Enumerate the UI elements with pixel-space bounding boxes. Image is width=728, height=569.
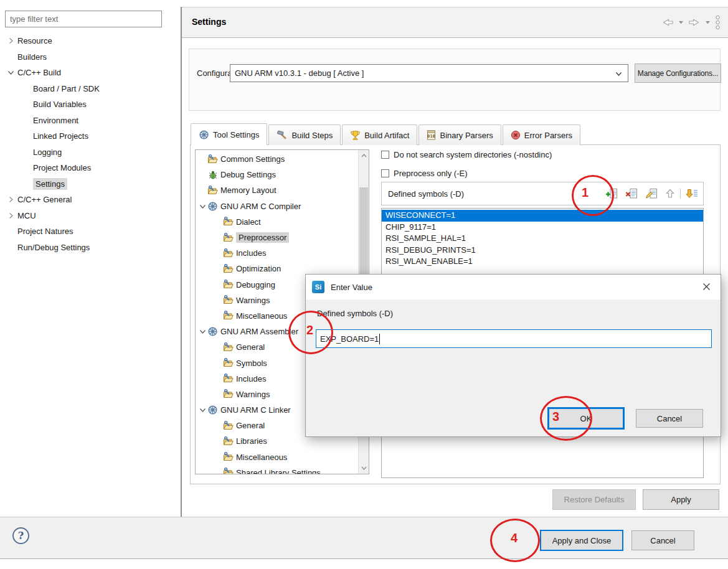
ok-button[interactable]: OK <box>549 408 623 428</box>
tool-tree-item-shared-library-settings[interactable]: Shared Library Settings <box>196 465 358 474</box>
checkbox-label: Do not search system directories (-nostd… <box>394 150 552 159</box>
view-menu-icon[interactable] <box>715 15 721 30</box>
sidebar-item-mcu[interactable]: MCU <box>0 208 179 224</box>
defined-symbols-toolbar <box>605 188 698 199</box>
sidebar-item-run-debug-settings[interactable]: Run/Debug Settings <box>0 240 179 256</box>
sidebar-item-environment[interactable]: Environment <box>0 113 179 129</box>
symbol-row[interactable]: WISECONNECT=1 <box>382 210 703 222</box>
symbol-row[interactable]: RSI_SAMPLE_HAL=1 <box>382 233 703 245</box>
dialog-titlebar[interactable]: Si Enter Value <box>306 275 721 299</box>
checkbox-nostdinc[interactable]: Do not search system directories (-nostd… <box>381 150 552 159</box>
back-arrow-icon[interactable] <box>661 17 674 27</box>
forward-arrow-icon[interactable] <box>688 17 701 27</box>
checkbox-icon[interactable] <box>381 151 389 159</box>
tab-build-steps[interactable]: Build Steps <box>268 125 341 145</box>
tab-error-parsers[interactable]: Error Parsers <box>503 125 580 145</box>
sidebar-item-linked-projects[interactable]: Linked Projects <box>0 128 179 144</box>
move-up-icon <box>665 188 675 199</box>
tab-build-artifact[interactable]: Build Artifact <box>342 125 417 145</box>
wheel-icon <box>207 405 219 415</box>
move-down-button[interactable] <box>686 188 698 199</box>
folder-wrench-icon <box>222 217 234 227</box>
symbol-row[interactable]: CHIP_9117=1 <box>382 222 703 233</box>
chevron-right-icon[interactable] <box>6 195 15 204</box>
chevron-down-icon[interactable] <box>199 406 207 414</box>
chevron-down-icon[interactable] <box>6 68 15 77</box>
folder-wrench-icon <box>222 233 234 243</box>
tool-tree-item-memory-layout[interactable]: Memory Layout <box>196 182 358 198</box>
sidebar-item-logging[interactable]: Logging <box>0 144 179 161</box>
cancel-button[interactable]: Cancel <box>631 530 694 550</box>
settings-tab-bar: Tool SettingsBuild StepsBuild Artifact01… <box>191 123 582 145</box>
folder-wrench-icon <box>222 358 234 368</box>
folder-wrench-icon <box>222 280 234 289</box>
page-header: Settings <box>182 7 728 38</box>
manage-configurations-button[interactable]: Manage Configurations... <box>635 63 721 83</box>
chevron-right-icon[interactable] <box>6 212 15 220</box>
properties-category-tree: ResourceBuildersC/C++ BuildBoard / Part … <box>0 33 179 255</box>
sidebar-item-resource[interactable]: Resource <box>0 33 179 49</box>
tool-tree-item-includes[interactable]: Includes <box>196 245 358 261</box>
sidebar-item-project-natures[interactable]: Project Natures <box>0 223 179 240</box>
error-icon <box>511 130 521 140</box>
symbol-value-input[interactable]: EXP_BOARD=1 <box>316 329 712 348</box>
dialog-title: Enter Value <box>331 283 372 292</box>
help-icon[interactable]: ? <box>12 527 29 544</box>
tab-tool-settings[interactable]: Tool Settings <box>191 123 267 145</box>
tool-tree-item-common-settings[interactable]: Common Settings <box>196 151 358 167</box>
tool-tree-item-gnu-arm-c-compiler[interactable]: GNU ARM C Compiler <box>196 199 358 214</box>
filter-input[interactable] <box>5 11 162 27</box>
wheel-icon <box>207 326 219 337</box>
tool-tree-item-debug-settings[interactable]: Debug Settings <box>196 167 358 182</box>
sidebar-item-build-variables[interactable]: Build Variables <box>0 96 179 113</box>
tool-tree-item-miscellaneous[interactable]: Miscellaneous <box>196 449 358 465</box>
move-down-icon <box>686 188 698 199</box>
sidebar-item-board-part-sdk[interactable]: Board / Part / SDK <box>0 81 179 97</box>
simplicity-studio-icon: Si <box>312 281 324 293</box>
move-up-button[interactable] <box>665 188 675 199</box>
tool-tree-item-dialect[interactable]: Dialect <box>196 214 358 230</box>
close-icon[interactable] <box>702 283 711 291</box>
forward-dropdown-caret-icon[interactable] <box>705 21 711 24</box>
checkbox-preprocess-only[interactable]: Preprocess only (-E) <box>381 169 467 178</box>
wheel-icon <box>199 129 209 140</box>
symbol-row[interactable]: RSI_WLAN_ENABLE=1 <box>382 256 703 268</box>
add-symbol-button[interactable] <box>605 188 618 199</box>
configuration-dropdown[interactable]: GNU ARM v10.3.1 - debug [ Active ] <box>230 64 628 82</box>
sidebar-item-project-modules[interactable]: Project Modules <box>0 160 179 176</box>
dialog-cancel-button[interactable]: Cancel <box>636 409 703 428</box>
folder-wrench-icon <box>222 389 234 399</box>
wheel-icon <box>207 201 219 212</box>
delete-symbol-button[interactable] <box>625 188 638 199</box>
chevron-down-icon[interactable] <box>199 327 207 336</box>
folder-wrench-icon <box>222 311 234 321</box>
restore-defaults-button[interactable]: Restore Defaults <box>552 489 636 510</box>
chevron-right-icon[interactable] <box>6 37 15 45</box>
tab-binary-parsers[interactable]: 010Binary Parsers <box>418 125 501 145</box>
folder-wrench-icon <box>222 452 234 462</box>
sidebar-item-c-c-build[interactable]: C/C++ Build <box>0 65 179 81</box>
sidebar-item-c-c-general[interactable]: C/C++ General <box>0 192 179 208</box>
tool-tree-item-preprocessor[interactable]: Preprocessor <box>196 230 358 245</box>
sidebar-item-builders[interactable]: Builders <box>0 49 179 65</box>
folder-wrench-icon <box>222 342 234 352</box>
svg-text:010: 010 <box>428 134 435 139</box>
list-delete-icon <box>625 188 638 199</box>
sidebar-item-settings[interactable]: Settings <box>0 176 179 192</box>
edit-symbol-button[interactable] <box>645 188 658 199</box>
scroll-up-icon[interactable] <box>359 151 369 161</box>
chevron-down-icon[interactable] <box>199 202 207 210</box>
symbol-row[interactable]: RSI_DEBUG_PRINTS=1 <box>382 245 703 256</box>
sidebar-divider <box>181 7 182 517</box>
apply-and-close-button[interactable]: Apply and Close <box>540 530 623 551</box>
bug-icon <box>207 170 219 180</box>
back-dropdown-caret-icon[interactable] <box>678 21 684 24</box>
folder-wrench-icon <box>222 248 234 258</box>
checkbox-icon[interactable] <box>381 169 389 177</box>
scroll-down-icon[interactable] <box>359 463 369 473</box>
apply-button[interactable]: Apply <box>643 489 719 510</box>
list-add-icon <box>605 188 618 199</box>
defined-symbols-label: Defined symbols (-D) <box>388 189 464 199</box>
folder-wrench-icon <box>222 421 234 431</box>
combo-caret-icon <box>615 72 622 77</box>
